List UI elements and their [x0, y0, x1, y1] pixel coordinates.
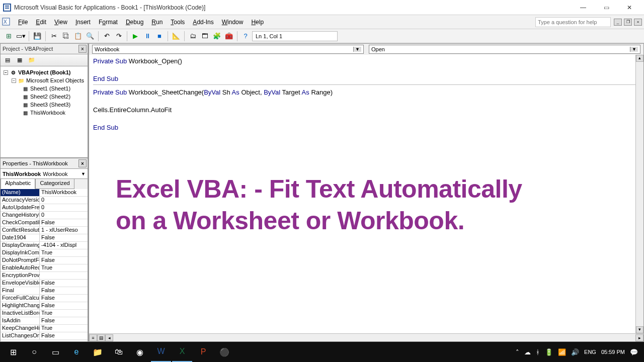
- property-value[interactable]: True: [40, 325, 88, 332]
- scroll-left-icon[interactable]: ◂: [105, 334, 113, 341]
- property-value[interactable]: [40, 272, 88, 279]
- reset-button[interactable]: ■: [154, 31, 165, 42]
- property-row[interactable]: DisplayInkCommTrue: [1, 249, 88, 257]
- scroll-down-icon[interactable]: ▾: [636, 326, 643, 333]
- wifi-icon[interactable]: 📶: [558, 348, 566, 356]
- property-row[interactable]: ConflictResolutio1 - xlUserReso: [1, 227, 88, 234]
- copy-button[interactable]: ⿻: [60, 31, 71, 42]
- project-root-node[interactable]: − ⚙ VBAProject (Book1): [3, 68, 86, 76]
- property-row[interactable]: ListChangesOnNFalse: [1, 332, 88, 340]
- property-value[interactable]: True: [40, 310, 88, 317]
- property-value[interactable]: False: [40, 219, 88, 226]
- clock[interactable]: 05:59 PM: [601, 349, 625, 355]
- project-panel-close-button[interactable]: ×: [78, 45, 87, 53]
- property-row[interactable]: Date1904False: [1, 234, 88, 242]
- volume-icon[interactable]: 🔊: [571, 348, 579, 356]
- object-dropdown[interactable]: Workbook▼: [92, 45, 364, 54]
- property-row[interactable]: EncryptionProvi: [1, 272, 88, 280]
- property-row[interactable]: InactiveListBordTrue: [1, 310, 88, 317]
- properties-grid[interactable]: (Name)ThisWorkbookAccuracyVersion0AutoUp…: [0, 189, 88, 342]
- property-value[interactable]: False: [40, 234, 88, 241]
- excel-button[interactable]: X: [172, 342, 192, 362]
- paste-button[interactable]: 📋: [72, 31, 84, 42]
- tab-categorized[interactable]: Categorized: [35, 179, 74, 189]
- property-value[interactable]: False: [40, 317, 88, 324]
- notifications-icon[interactable]: 💬: [630, 348, 638, 356]
- sheet-node[interactable]: ▦Sheet1 (Sheet1): [3, 84, 86, 93]
- insert-module-button[interactable]: ▭▾: [15, 31, 26, 42]
- property-value[interactable]: 0: [40, 212, 88, 219]
- property-row[interactable]: (Name)ThisWorkbook: [1, 189, 88, 197]
- cut-button[interactable]: ✂: [48, 31, 59, 42]
- battery-icon[interactable]: 🔋: [545, 348, 553, 356]
- onedrive-icon[interactable]: ☁: [524, 348, 531, 356]
- redo-button[interactable]: ↷: [113, 31, 124, 42]
- property-row[interactable]: IsAddinFalse: [1, 317, 88, 325]
- object-browser-button[interactable]: 🧩: [211, 31, 222, 42]
- tab-alphabetic[interactable]: Alphabetic: [1, 179, 35, 189]
- file-explorer-button[interactable]: 📁: [88, 342, 108, 362]
- property-value[interactable]: False: [40, 287, 88, 294]
- collapse-icon[interactable]: −: [12, 78, 16, 83]
- undo-button[interactable]: ↶: [101, 31, 112, 42]
- project-tree[interactable]: − ⚙ VBAProject (Book1) − 📁 Microsoft Exc…: [0, 66, 88, 158]
- properties-window-button[interactable]: 🗔: [199, 31, 210, 42]
- full-module-view-button[interactable]: ▤: [97, 334, 105, 341]
- help-button[interactable]: ?: [240, 31, 251, 42]
- properties-panel-close-button[interactable]: ×: [78, 159, 87, 167]
- property-value[interactable]: ThisWorkbook: [40, 189, 88, 196]
- menu-addins[interactable]: Add-Ins: [189, 17, 217, 28]
- menu-insert[interactable]: Insert: [71, 17, 95, 28]
- sheet-node[interactable]: ▦Sheet3 (Sheet3): [3, 101, 86, 109]
- menu-tools[interactable]: Tools: [167, 17, 189, 28]
- cortana-button[interactable]: ○: [24, 342, 44, 362]
- chrome-button[interactable]: ◉: [130, 342, 150, 362]
- property-row[interactable]: ChangeHistoryD0: [1, 212, 88, 219]
- view-code-button[interactable]: ▤: [3, 56, 13, 65]
- task-view-button[interactable]: ▭: [45, 342, 65, 362]
- obs-button[interactable]: ⚫: [214, 342, 234, 362]
- property-row[interactable]: AccuracyVersion0: [1, 197, 88, 204]
- save-button[interactable]: 💾: [32, 31, 43, 42]
- properties-object-selector[interactable]: ThisWorkbook Workbook ▼: [0, 169, 88, 179]
- view-object-button[interactable]: ▦: [15, 56, 25, 65]
- property-value[interactable]: 0: [40, 204, 88, 211]
- excel-objects-folder[interactable]: − 📁 Microsoft Excel Objects: [3, 76, 86, 84]
- find-button[interactable]: 🔍: [85, 31, 96, 42]
- property-row[interactable]: DoNotPromptFoFalse: [1, 257, 88, 264]
- tray-chevron-icon[interactable]: ˄: [516, 348, 519, 356]
- word-button[interactable]: W: [151, 342, 171, 362]
- scroll-right-icon[interactable]: ▸: [635, 334, 643, 341]
- horizontal-scrollbar[interactable]: ≡ ▤ ◂ ▸: [89, 333, 643, 341]
- maximize-button[interactable]: ▭: [595, 0, 618, 15]
- collapse-icon[interactable]: −: [4, 70, 8, 75]
- property-value[interactable]: True: [40, 249, 88, 256]
- mdi-minimize-button[interactable]: _: [614, 19, 622, 26]
- property-value[interactable]: False: [40, 295, 88, 302]
- bluetooth-icon[interactable]: ᚼ: [536, 348, 540, 356]
- procedure-dropdown[interactable]: Open▼: [369, 45, 640, 54]
- property-row[interactable]: CheckCompatibiliFalse: [1, 219, 88, 227]
- property-row[interactable]: DisplayDrawingO-4104 - xlDispl: [1, 242, 88, 249]
- property-value[interactable]: 0: [40, 197, 88, 204]
- menu-window[interactable]: Window: [218, 17, 248, 28]
- menu-view[interactable]: View: [50, 17, 71, 28]
- property-row[interactable]: EnvelopeVisibleFalse: [1, 280, 88, 287]
- workbook-node[interactable]: ▦ThisWorkbook: [3, 109, 86, 117]
- menu-file[interactable]: File: [14, 17, 32, 28]
- property-row[interactable]: AutoUpdateFreq0: [1, 204, 88, 212]
- sheet-node[interactable]: ▦Sheet2 (Sheet2): [3, 93, 86, 101]
- toolbox-button[interactable]: 🧰: [223, 31, 234, 42]
- property-row[interactable]: EnableAutoRecoTrue: [1, 264, 88, 272]
- property-value[interactable]: -4104 - xlDispl: [40, 242, 88, 249]
- property-value[interactable]: False: [40, 257, 88, 264]
- minimize-button[interactable]: —: [572, 0, 595, 15]
- property-value[interactable]: True: [40, 264, 88, 272]
- view-excel-button[interactable]: ⊞: [3, 31, 14, 42]
- property-value[interactable]: False: [40, 332, 88, 339]
- property-row[interactable]: ForceFullCalculaFalse: [1, 295, 88, 302]
- property-value[interactable]: False: [40, 280, 88, 287]
- language-indicator[interactable]: ENG: [584, 349, 596, 355]
- procedure-view-button[interactable]: ≡: [89, 334, 97, 341]
- edge-button[interactable]: e: [66, 342, 87, 362]
